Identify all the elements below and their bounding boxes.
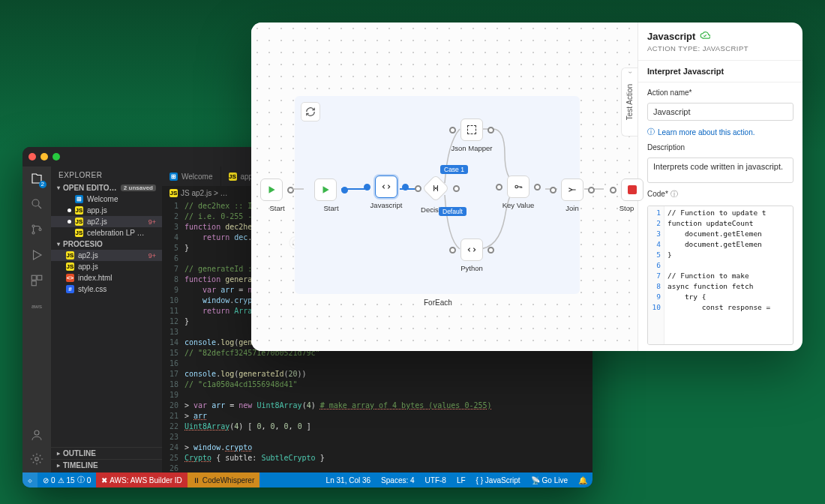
panel-tab[interactable]: Interpret Javascript <box>638 61 802 82</box>
project-file-item[interactable]: JSap2.js9+ <box>51 250 162 261</box>
explorer-badge: 2 <box>39 181 46 188</box>
description-label: Description <box>647 143 794 152</box>
modified-dot-icon <box>68 208 71 212</box>
file-label: app.js <box>78 262 98 271</box>
filetype-icon: JS <box>66 251 74 260</box>
file-label: ap2.js <box>87 218 107 226</box>
project-file-item[interactable]: <>index.html <box>51 272 162 284</box>
chevron-down-icon: ▾ <box>57 241 60 248</box>
outline-header[interactable]: ▸OUTLINE <box>51 447 162 459</box>
procesio-window: © THESOFTWARESHOP Start Stop <box>251 22 802 351</box>
svg-point-9 <box>515 185 518 188</box>
action-name-label: Action name* <box>647 88 794 97</box>
code-input[interactable]: 12345678910 // Function to update t func… <box>647 206 794 345</box>
filetype-icon: JS <box>229 172 237 181</box>
tab-label: Welcome <box>182 172 213 181</box>
search-icon[interactable] <box>29 196 44 212</box>
file-label: index.html <box>78 274 112 282</box>
spaces-status[interactable]: Spaces: 4 <box>376 472 419 488</box>
node-javascript[interactable]: Javascript <box>364 176 409 209</box>
svg-point-8 <box>35 458 39 461</box>
explorer-icon[interactable]: 2 <box>29 171 44 186</box>
filetype-icon: JS <box>75 229 83 237</box>
account-icon[interactable] <box>29 428 44 442</box>
tag-case1: Case 1 <box>440 165 468 174</box>
activity-bar: 2 aws <box>22 166 51 472</box>
explorer-title: EXPLORER <box>51 166 162 182</box>
eol-status[interactable]: LF <box>452 472 471 488</box>
problems-status[interactable]: ⊘ 0 ⚠ 15 ⓘ 0 <box>38 472 96 488</box>
cursor-position[interactable]: Ln 31, Col 36 <box>321 472 376 488</box>
project-header[interactable]: ▾ PROCESIO <box>51 238 162 250</box>
extensions-icon[interactable] <box>29 273 44 288</box>
debug-icon[interactable] <box>29 248 44 262</box>
encoding-status[interactable]: UTF-8 <box>420 472 452 488</box>
editor-tab[interactable]: ⊞Welcome <box>162 166 221 186</box>
node-start-inner[interactable]: Start <box>314 178 348 212</box>
project-file-item[interactable]: JSapp.js <box>51 261 162 272</box>
error-count: 9+ <box>148 218 156 226</box>
test-action-tab[interactable]: ‹ Test Action <box>621 68 638 136</box>
foreach-label: ForEach <box>424 298 452 307</box>
learn-more-link[interactable]: ⓘ Learn more about this action. <box>647 127 794 137</box>
node-join[interactable]: Join <box>550 178 595 212</box>
filetype-icon: JS <box>75 206 83 214</box>
tag-default: Default <box>439 207 466 216</box>
filetype-icon: ⊞ <box>75 195 83 203</box>
panel-subtitle: ACTION TYPE: JAVASCRIPT <box>647 44 794 52</box>
explorer-sidebar: EXPLORER ▾ OPEN EDITO… 2 unsaved ⊞Welcom… <box>51 166 162 472</box>
error-count: 9+ <box>148 252 156 260</box>
source-control-icon[interactable] <box>29 222 44 237</box>
svg-point-3 <box>39 229 41 231</box>
file-label: celebration LP … <box>87 229 145 237</box>
aws-icon[interactable]: aws <box>29 298 44 314</box>
action-panel: Javascript ACTION TYPE: JAVASCRIPT Inter… <box>638 22 802 351</box>
filetype-icon: <> <box>66 274 74 282</box>
file-label: style.css <box>78 285 106 293</box>
action-name-input[interactable] <box>647 103 794 121</box>
svg-point-2 <box>32 232 34 234</box>
open-editor-item[interactable]: ⊞Welcome <box>51 194 162 205</box>
gear-icon[interactable] <box>29 452 44 466</box>
modified-dot-icon <box>68 220 71 224</box>
node-json-mapper[interactable]: Json Mapper <box>449 118 494 152</box>
minimize-icon[interactable] <box>40 153 48 160</box>
open-editor-item[interactable]: JSapp.js <box>51 205 162 216</box>
svg-rect-4 <box>32 275 36 280</box>
info-icon: ⓘ <box>647 127 655 137</box>
info-icon[interactable]: ⓘ <box>670 190 678 198</box>
notifications-icon[interactable]: 🔔 <box>573 472 592 488</box>
aws-status[interactable]: ✖ AWS: AWS Builder ID <box>96 472 188 488</box>
open-editor-item[interactable]: JSap2.js9+ <box>51 216 162 227</box>
language-status[interactable]: { } JavaScript <box>471 472 526 488</box>
svg-rect-6 <box>32 281 36 286</box>
svg-point-1 <box>32 225 34 227</box>
open-editors-header[interactable]: ▾ OPEN EDITO… 2 unsaved <box>51 182 162 194</box>
open-editor-item[interactable]: JScelebration LP … <box>51 227 162 238</box>
file-label: app.js <box>87 206 107 214</box>
node-keyvalue[interactable]: Key Value <box>496 176 541 209</box>
chevron-left-icon: ‹ <box>626 71 634 74</box>
cloud-check-icon <box>700 30 710 43</box>
node-stop[interactable]: Stop <box>610 178 644 212</box>
refresh-button[interactable] <box>301 102 320 122</box>
timeline-header[interactable]: ▸TIMELINE <box>51 459 162 471</box>
filetype-icon: # <box>66 285 74 293</box>
node-start-outer[interactable]: Start <box>260 178 294 212</box>
file-label: Welcome <box>87 195 118 203</box>
project-file-item[interactable]: #style.css <box>51 284 162 295</box>
codewhisperer-status[interactable]: ⏸ CodeWhisperer <box>188 472 260 488</box>
maximize-icon[interactable] <box>52 153 60 160</box>
filetype-icon: JS <box>66 262 74 271</box>
flow-canvas[interactable]: © THESOFTWARESHOP Start Stop <box>251 22 638 351</box>
filetype-icon: ⊞ <box>170 172 178 181</box>
file-label: ap2.js <box>78 251 98 260</box>
remote-indicator[interactable]: ⟐ <box>22 472 38 488</box>
panel-title: Javascript <box>647 30 794 43</box>
description-input[interactable]: Interprets code written in javascript. <box>647 158 794 183</box>
close-icon[interactable] <box>28 153 36 160</box>
svg-point-7 <box>34 430 39 435</box>
unsaved-badge: 2 unsaved <box>121 184 156 191</box>
golive-status[interactable]: 📡 Go Live <box>526 472 573 488</box>
node-python[interactable]: Python <box>449 238 494 272</box>
